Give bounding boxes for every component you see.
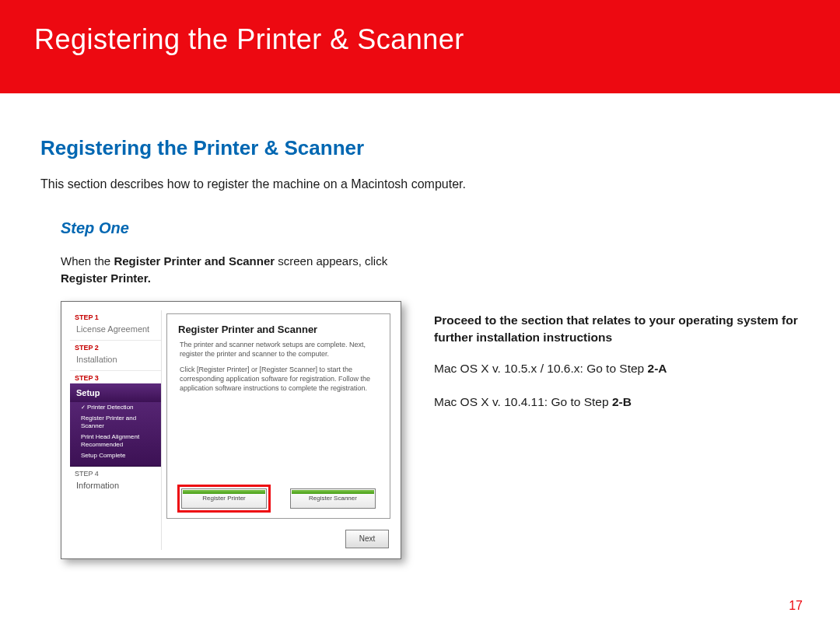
sidebar-item-installation[interactable]: Installation (70, 352, 161, 371)
page-number: 17 (789, 599, 803, 613)
installer-para1: The printer and scanner network setups a… (180, 340, 377, 359)
proceed-instruction: Proceed to the section that relates to y… (434, 312, 800, 347)
green-strip-icon (183, 490, 265, 494)
step-text-bold2: Register Printer. (61, 271, 151, 285)
register-printer-button[interactable]: Register Printer (181, 488, 267, 509)
sidebar-sub-printhead: Print Head Alignment Recommended (70, 432, 161, 450)
installer-main-pane: Register Printer and Scanner The printer… (166, 313, 390, 519)
sidebar-item-information[interactable]: Information (70, 478, 161, 496)
sidebar-step4-label: STEP 4 (70, 467, 161, 478)
section-desc: This section describes how to register t… (40, 177, 800, 191)
register-scanner-button[interactable]: Register Scanner (290, 488, 376, 509)
two-column-layout: STEP 1 License Agreement STEP 2 Installa… (61, 301, 800, 559)
banner: Registering the Printer & Scanner (0, 0, 840, 93)
sidebar-step1-label: STEP 1 (70, 310, 161, 321)
next-button-label: Next (359, 534, 376, 543)
os-line-1: Mac OS X v. 10.5.x / 10.6.x: Go to Step … (434, 360, 800, 377)
right-column: Proceed to the section that relates to y… (434, 301, 800, 427)
next-button[interactable]: Next (345, 530, 389, 548)
sidebar-item-setup[interactable]: Setup (70, 383, 161, 402)
step-one-text: When the Register Printer and Scanner sc… (61, 253, 800, 287)
sidebar-setup-panel: Setup Printer Detection Register Printer… (70, 383, 161, 467)
installer-screenshot: STEP 1 License Agreement STEP 2 Installa… (61, 301, 401, 559)
sidebar-sub-register: Register Printer and Scanner (70, 413, 161, 432)
installer-pane-title: Register Printer and Scanner (167, 314, 390, 340)
installer-pane-body: The printer and scanner network setups a… (167, 340, 390, 394)
sidebar-step2-label: STEP 2 (70, 341, 161, 352)
step-heading: Step One (61, 219, 800, 237)
os-line-2: Mac OS X v. 10.4.11: Go to Step 2-B (434, 394, 800, 411)
sidebar-sub-complete: Setup Complete (70, 450, 161, 461)
step-text-pre: When the (61, 254, 114, 268)
sidebar-item-license[interactable]: License Agreement (70, 321, 161, 341)
register-printer-label: Register Printer (202, 495, 246, 502)
content: Registering the Printer & Scanner This s… (0, 93, 840, 559)
section-title: Registering the Printer & Scanner (40, 136, 800, 160)
banner-title: Registering the Printer & Scanner (34, 23, 464, 55)
step-text-bold1: Register Printer and Scanner (114, 254, 275, 268)
installer-sidebar: STEP 1 License Agreement STEP 2 Installa… (70, 310, 162, 550)
sidebar-step3-label: STEP 3 (70, 371, 161, 383)
os-line2-pre: Mac OS X v. 10.4.11: Go to Step (434, 395, 612, 408)
sidebar-sub-printer-detection: Printer Detection (70, 402, 161, 413)
installer-para2: Click [Register Printer] or [Register Sc… (180, 365, 377, 393)
os-line1-pre: Mac OS X v. 10.5.x / 10.6.x: Go to Step (434, 362, 648, 375)
installer-button-row: Register Printer Register Scanner (167, 488, 390, 509)
register-scanner-label: Register Scanner (309, 495, 357, 502)
step-text-mid: screen appears, click (275, 254, 387, 268)
green-strip-icon (292, 490, 374, 494)
os-line1-bold: 2-A (648, 362, 667, 375)
os-line2-bold: 2-B (612, 395, 632, 408)
